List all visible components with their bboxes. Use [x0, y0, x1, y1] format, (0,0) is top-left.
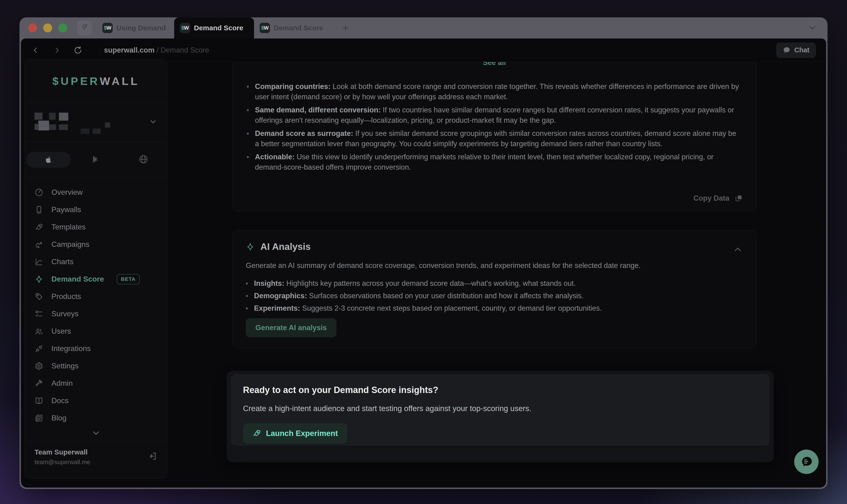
bullet-dot	[246, 295, 248, 297]
window-controls	[28, 23, 67, 32]
url-host: superwall.com	[104, 46, 155, 54]
copy-data-button[interactable]: Copy Data	[693, 194, 743, 202]
minimize-window-button[interactable]	[43, 23, 52, 32]
collapse-chevron-up-icon[interactable]	[733, 244, 743, 255]
rocket-icon	[252, 429, 261, 438]
ai-analysis-description: Generate an AI summary of demand score c…	[246, 262, 743, 270]
close-window-button[interactable]	[28, 23, 37, 32]
cta-wrapper: Ready to act on your Demand Score insigh…	[227, 371, 774, 462]
chat-button[interactable]: Chat	[776, 43, 816, 58]
list-item: Same demand, different conversion: If tw…	[247, 105, 742, 126]
cta-subtitle: Create a high-intent audience and start …	[243, 404, 758, 413]
url-bar[interactable]: superwall.com / Demand Score	[104, 46, 209, 54]
superwall-favicon: $W	[102, 23, 113, 33]
list-item: Insights: Highlights key patterns across…	[246, 278, 743, 289]
ai-analysis-title: AI Analysis	[260, 241, 311, 252]
tab-list-chevron-down-icon[interactable]	[808, 17, 817, 38]
cta-card: Ready to act on your Demand Score insigh…	[231, 375, 769, 445]
refresh-button[interactable]	[73, 46, 83, 55]
copy-data-label: Copy Data	[693, 194, 729, 202]
bullet-dot	[247, 86, 249, 88]
back-button[interactable]	[31, 46, 40, 55]
url-path: / Demand Score	[155, 46, 209, 54]
tab-label: Demand Score	[274, 24, 323, 32]
bullet-dot	[247, 132, 249, 135]
ai-analysis-card: AI Analysis Generate an AI summary of de…	[232, 230, 756, 348]
bullet-dot	[247, 156, 249, 158]
tab-demand-score-2[interactable]: $W Demand Score	[254, 17, 332, 38]
see-all-link[interactable]: See all	[247, 62, 742, 67]
pin-plus-icon	[80, 23, 89, 33]
insights-card: See all Comparing countries: Look at bot…	[232, 62, 756, 211]
list-item: Actionable: Use this view to identify un…	[247, 152, 742, 173]
superwall-favicon: $W	[180, 23, 190, 33]
chat-bubble-icon	[783, 46, 791, 54]
browser-window: $W Using Demand Score in $W Demand Score…	[19, 17, 828, 489]
launch-experiment-button[interactable]: Launch Experiment	[243, 423, 347, 444]
browser-content: superwall.com / Demand Score Chat $UPERW…	[21, 38, 826, 488]
list-item: Comparing countries: Look at both demand…	[247, 82, 742, 102]
browser-tab-bar: $W Using Demand Score in $W Demand Score…	[19, 17, 828, 38]
insights-bullet-list: Comparing countries: Look at both demand…	[247, 82, 742, 173]
forward-button[interactable]	[52, 46, 61, 55]
cta-title: Ready to act on your Demand Score insigh…	[243, 385, 758, 395]
bullet-dot	[246, 283, 248, 285]
superwall-favicon: $W	[260, 23, 270, 33]
bullet-dot	[246, 307, 248, 309]
tab-strip: $W Using Demand Score in $W Demand Score…	[97, 17, 332, 38]
tab-using-demand-score[interactable]: $W Using Demand Score in	[97, 17, 174, 38]
copy-icon	[735, 194, 743, 202]
tab-label: Using Demand Score in	[117, 24, 169, 32]
launch-experiment-label: Launch Experiment	[266, 429, 338, 438]
generate-ai-analysis-button[interactable]: Generate AI analysis	[246, 319, 336, 337]
ai-bullet-list: Insights: Highlights key patterns across…	[246, 278, 743, 313]
chat-bubble-icon	[799, 454, 814, 469]
tab-label: Demand Score	[194, 24, 243, 32]
main-scroll-area[interactable]: See all Comparing countries: Look at bot…	[21, 62, 826, 488]
sparkle-icon	[246, 242, 255, 251]
zoom-window-button[interactable]	[58, 23, 67, 32]
list-item: Demographics: Surfaces observations base…	[246, 291, 743, 301]
browser-navbar: superwall.com / Demand Score Chat	[21, 38, 826, 62]
tab-demand-score-active[interactable]: $W Demand Score	[174, 17, 254, 38]
pin-tab-button[interactable]	[77, 20, 92, 35]
list-item: Demand score as surrogate: If you see si…	[247, 128, 742, 149]
ai-analysis-header: AI Analysis	[246, 241, 743, 252]
chat-button-label: Chat	[794, 46, 809, 54]
bullet-dot	[247, 109, 249, 111]
support-chat-fab[interactable]	[794, 450, 818, 474]
list-item: Experiments: Suggests 2-3 concrete next …	[246, 303, 743, 313]
new-tab-button[interactable]: +	[338, 22, 353, 34]
desktop-background: $W Using Demand Score in $W Demand Score…	[0, 0, 847, 504]
